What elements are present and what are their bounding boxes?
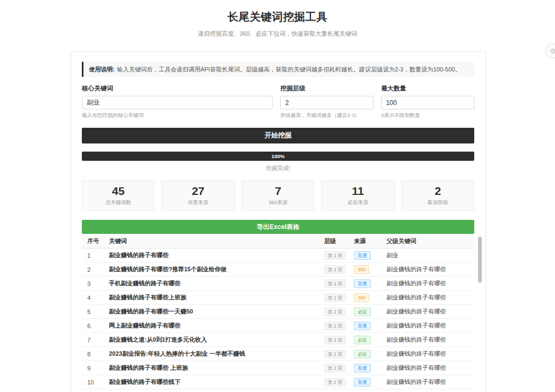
level-badge: 第 2 层 (324, 364, 346, 373)
row-parent: 副业赚钱的路子有哪些 (386, 350, 474, 358)
keyword-field-hint: 输入你想挖掘的核心关键词 (82, 112, 273, 119)
site-header: 长尾关键词挖掘工具 递归挖掘百度、360、必应下拉词，快速获取大量长尾关键词 (0, 0, 555, 38)
header-parent: 父级关键词 (386, 237, 474, 245)
floating-widget-button[interactable]: ⚙ (545, 43, 555, 58)
max-count-field-label: 最大数量 (381, 84, 474, 93)
header-source: 来源 (354, 237, 386, 245)
depth-field-hint: 层级越高，关键词越多（建议2-3） (280, 112, 373, 119)
source-badge: 百度 (354, 251, 371, 260)
usage-note-text: 输入关键词后，工具会递归调用API获取长尾词。层级越高，获取的关键词越多但耗时越… (117, 66, 461, 73)
depth-field-group: 挖掘层级 层级越高，关键词越多（建议2-3） (280, 84, 373, 119)
source-badge: 必应 (354, 350, 371, 358)
source-badge: 360 (354, 293, 369, 302)
row-keyword: 2023副业报告:年轻人热捧的十大副业 一半都不赚钱 (109, 350, 324, 358)
start-mining-button[interactable]: 开始挖掘 (82, 128, 474, 143)
row-seq: 4 (82, 295, 109, 301)
export-excel-button[interactable]: 导出Excel表格 (82, 220, 474, 234)
stats-row: 45 总关键词数 27 百度来源 7 360来源 11 必应来源 2 最深层级 (82, 180, 474, 211)
table-row: 8 2023副业报告:年轻人热捧的十大副业 一半都不赚钱 第 2 层 必应 副业… (82, 347, 474, 361)
stat-total-keywords: 45 总关键词数 (82, 180, 154, 211)
progress-percent: 100% (272, 153, 285, 159)
results-table-container: 序号 关键词 层级 来源 父级关键词 1 副业赚钱的路子有哪些 第 1 层 百度… (82, 234, 474, 392)
stat-label: 最深层级 (428, 199, 448, 206)
max-count-field-group: 最大数量 0表示不限制数量 (381, 84, 474, 119)
stat-value: 7 (275, 185, 281, 197)
page: 长尾关键词挖掘工具 递归挖掘百度、360、必应下拉词，快速获取大量长尾关键词 ⚙… (0, 0, 555, 392)
mining-form: 核心关键词 输入你想挖掘的核心关键词 挖掘层级 层级越高，关键词越多（建议2-3… (82, 84, 474, 119)
table-row: 3 手机副业赚钱的路子有哪些 第 2 层 百度 副业赚钱的路子有哪些 (82, 277, 474, 291)
stat-max-depth: 2 最深层级 (402, 180, 474, 211)
gear-icon: ⚙ (550, 47, 555, 55)
row-keyword: 副业赚钱的路子有哪些线下 (109, 378, 324, 386)
table-header-row: 序号 关键词 层级 来源 父级关键词 (82, 234, 474, 249)
level-badge: 第 2 层 (324, 279, 346, 288)
usage-note-label: 使用说明: (89, 66, 115, 73)
depth-input[interactable] (280, 96, 373, 109)
source-badge: 百度 (354, 322, 371, 330)
table-row: 2 副业赚钱的路子有哪些?推荐15个副业给你做 第 2 层 360 副业赚钱的路… (82, 263, 474, 277)
source-badge: 必应 (354, 336, 371, 344)
row-seq: 10 (82, 379, 109, 386)
row-parent: 副业赚钱的路子有哪些 (386, 336, 474, 344)
level-badge: 第 2 层 (324, 336, 346, 344)
level-badge: 第 2 层 (324, 378, 346, 387)
row-parent: 副业赚钱的路子有哪些 (386, 364, 474, 372)
row-keyword: 副业赚钱的路子有哪些 上班族 (109, 364, 324, 372)
stat-label: 360来源 (269, 199, 288, 206)
page-subtitle: 递归挖掘百度、360、必应下拉词，快速获取大量长尾关键词 (0, 30, 555, 38)
source-badge: 百度 (354, 378, 371, 387)
source-badge: 百度 (354, 279, 371, 288)
stat-value: 27 (192, 185, 204, 197)
level-badge: 第 2 层 (324, 308, 346, 316)
row-keyword: 副业赚钱的路子有哪些?推荐15个副业给你做 (109, 265, 324, 273)
row-parent: 副业 (386, 251, 474, 259)
stat-value: 45 (112, 185, 125, 197)
level-badge: 第 1 层 (324, 251, 346, 260)
keyword-field-label: 核心关键词 (82, 84, 273, 93)
stat-value: 11 (352, 185, 364, 197)
row-seq: 8 (82, 351, 109, 357)
table-row: 11 副业赚钱的路子有哪些2025年 第 2 层 百度 副业赚钱的路子有哪些 (82, 389, 474, 392)
row-parent: 副业赚钱的路子有哪些 (386, 265, 474, 273)
row-seq: 7 (82, 337, 109, 343)
table-row: 4 副业赚钱的路子有哪些上班族 第 2 层 360 副业赚钱的路子有哪些 (82, 291, 474, 305)
row-parent: 副业赚钱的路子有哪些 (386, 308, 474, 316)
table-scrollbar-thumb[interactable] (478, 237, 482, 283)
row-parent: 副业赚钱的路子有哪些 (386, 378, 474, 386)
table-row: 5 副业赚钱的路子有哪些一天赚50 第 2 层 必应 副业赚钱的路子有哪些 (82, 305, 474, 319)
level-badge: 第 2 层 (324, 293, 346, 302)
keyword-input[interactable] (82, 96, 273, 109)
max-count-field-hint: 0表示不限制数量 (381, 112, 474, 119)
stat-360-source: 7 360来源 (242, 180, 314, 211)
table-row: 9 副业赚钱的路子有哪些 上班族 第 2 层 百度 副业赚钱的路子有哪些 (82, 361, 474, 375)
usage-note: 使用说明:输入关键词后，工具会递归调用API获取长尾词。层级越高，获取的关键词越… (82, 62, 474, 77)
row-seq: 2 (82, 266, 109, 273)
row-parent: 副业赚钱的路子有哪些 (386, 293, 474, 302)
stat-label: 必应来源 (347, 199, 368, 206)
level-badge: 第 2 层 (324, 350, 346, 358)
row-keyword: 副业赚钱的路子有哪些一天赚50 (109, 308, 324, 316)
main-card: 使用说明:输入关键词后，工具会递归调用API获取长尾词。层级越高，获取的关键词越… (70, 51, 486, 392)
results-table: 序号 关键词 层级 来源 父级关键词 1 副业赚钱的路子有哪些 第 1 层 百度… (82, 234, 474, 392)
row-seq: 9 (82, 365, 109, 371)
row-keyword: 副业赚钱之道:从0到1打造多元化收入 (109, 336, 324, 344)
row-seq: 5 (82, 309, 109, 315)
table-row: 6 网上副业赚钱的路子有哪些 第 2 层 百度 副业赚钱的路子有哪些 (82, 319, 474, 333)
source-badge: 360 (354, 265, 369, 274)
progress-bar-fill: 100% (82, 152, 474, 161)
table-row: 1 副业赚钱的路子有哪些 第 1 层 百度 副业 (82, 249, 474, 263)
page-title: 长尾关键词挖掘工具 (0, 10, 555, 24)
stat-baidu-source: 27 百度来源 (162, 180, 234, 211)
keyword-field-group: 核心关键词 输入你想挖掘的核心关键词 (82, 84, 273, 119)
table-row: 7 副业赚钱之道:从0到1打造多元化收入 第 2 层 必应 副业赚钱的路子有哪些 (82, 333, 474, 347)
row-seq: 6 (82, 323, 109, 329)
row-keyword: 副业赚钱的路子有哪些上班族 (109, 293, 324, 302)
max-count-input[interactable] (381, 96, 474, 109)
header-level: 层级 (324, 237, 354, 245)
header-seq: 序号 (82, 237, 109, 245)
row-parent: 副业赚钱的路子有哪些 (386, 322, 474, 330)
stat-label: 总关键词数 (105, 199, 131, 206)
progress-status: 挖掘完成! (82, 165, 474, 172)
stat-value: 2 (435, 185, 441, 197)
row-keyword: 副业赚钱的路子有哪些 (109, 251, 324, 259)
